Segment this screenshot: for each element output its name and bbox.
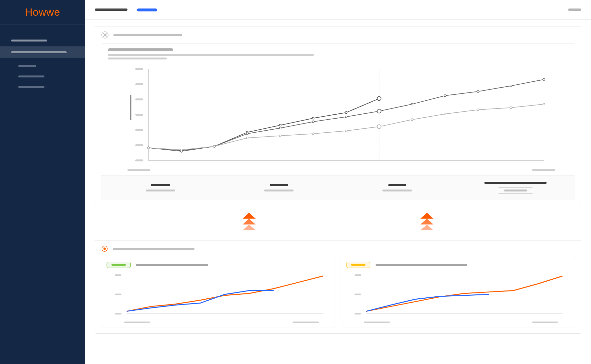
svg-point-34	[543, 78, 545, 80]
stat-value	[484, 182, 547, 184]
svg-point-25	[246, 133, 248, 135]
main	[85, 0, 591, 364]
radio-icon	[101, 245, 108, 252]
mini-card-header	[341, 257, 575, 273]
svg-point-19	[312, 117, 314, 119]
svg-point-30	[411, 103, 413, 105]
bottom-section-title	[113, 248, 194, 250]
mini-card-0[interactable]	[101, 257, 335, 327]
svg-rect-4	[135, 83, 143, 85]
arrow-up-icon	[419, 213, 435, 234]
stat-1	[220, 176, 338, 200]
tab-1[interactable]	[137, 8, 157, 11]
svg-rect-55	[355, 294, 361, 295]
mini-x-label-left	[124, 322, 150, 323]
svg-point-41	[345, 130, 347, 132]
arrow-up-icon	[241, 213, 257, 234]
nav-subitem-1[interactable]	[0, 71, 85, 82]
mini-card-header	[101, 257, 335, 273]
svg-point-42	[377, 125, 381, 129]
nav-item-label	[11, 40, 47, 41]
stat-label	[146, 190, 175, 191]
mini-chart-0	[101, 273, 335, 322]
svg-rect-6	[135, 114, 143, 116]
svg-point-40	[312, 133, 314, 135]
stat-action-label	[504, 190, 527, 191]
inner-subtitle-1	[108, 54, 314, 56]
bottom-cards	[95, 257, 581, 333]
main-chart	[101, 66, 575, 167]
mini-chart-1	[341, 273, 575, 322]
stat-0	[101, 176, 220, 200]
main-chart-svg	[108, 66, 568, 167]
nav	[0, 25, 85, 92]
badge-label	[111, 264, 126, 266]
svg-point-36	[180, 149, 182, 151]
topbar	[85, 0, 591, 20]
stat-value	[270, 184, 288, 186]
svg-point-38	[246, 137, 248, 139]
svg-point-0	[102, 32, 108, 38]
nav-item-0[interactable]	[0, 35, 85, 46]
svg-rect-3	[135, 68, 143, 70]
svg-point-28	[345, 116, 347, 118]
chart-x-label-left	[127, 169, 150, 171]
svg-rect-8	[135, 144, 143, 146]
svg-point-46	[510, 107, 512, 108]
stat-label	[382, 190, 412, 191]
target-icon	[101, 31, 109, 39]
svg-rect-9	[135, 159, 143, 161]
svg-point-37	[213, 145, 215, 147]
nav-item-label	[11, 51, 67, 53]
stat-value	[388, 184, 406, 186]
brand-logo[interactable]: Howwe	[0, 0, 85, 25]
svg-rect-52	[115, 313, 122, 315]
svg-rect-7	[135, 129, 143, 131]
nav-subitem-0[interactable]	[0, 61, 85, 71]
mini-chart-footer	[101, 322, 335, 327]
svg-point-39	[279, 135, 281, 137]
svg-rect-50	[115, 274, 122, 276]
nav-subitem-label	[18, 75, 44, 77]
svg-point-1	[103, 33, 107, 37]
nav-item-1[interactable]	[0, 46, 85, 58]
main-card	[95, 26, 581, 206]
svg-point-44	[444, 113, 446, 115]
nav-subitem-2[interactable]	[0, 82, 85, 92]
badge-label	[351, 264, 365, 266]
stats-row	[101, 175, 575, 200]
main-card-header	[95, 26, 581, 43]
mini-x-label-right	[532, 322, 558, 323]
mini-card-1[interactable]	[341, 257, 575, 327]
mini-card-title	[136, 264, 208, 266]
svg-point-43	[411, 119, 413, 121]
topbar-right-action[interactable]	[568, 8, 581, 11]
chart-x-labels	[101, 167, 575, 175]
svg-point-29	[377, 109, 381, 113]
bottom-header	[95, 240, 581, 257]
svg-point-31	[444, 95, 446, 97]
sidebar: Howwe	[0, 0, 85, 364]
svg-rect-12	[130, 94, 131, 120]
svg-point-18	[279, 124, 281, 126]
arrows-row	[95, 213, 581, 234]
tab-0[interactable]	[95, 8, 127, 11]
mini-x-label-left	[364, 322, 390, 323]
svg-point-35	[147, 147, 149, 149]
nav-subitem-label	[18, 86, 44, 88]
chart-x-label-right	[532, 169, 555, 171]
svg-rect-51	[115, 294, 122, 295]
svg-rect-56	[355, 313, 361, 315]
stat-action-button[interactable]	[498, 187, 533, 194]
svg-point-47	[543, 103, 545, 105]
svg-point-21	[377, 96, 381, 100]
mini-chart-svg	[346, 273, 569, 318]
svg-point-26	[279, 127, 281, 129]
svg-rect-5	[135, 98, 143, 100]
svg-point-49	[104, 248, 106, 250]
status-badge-green	[107, 262, 131, 268]
svg-point-33	[510, 85, 512, 87]
svg-rect-54	[355, 274, 361, 276]
svg-point-32	[477, 91, 479, 92]
status-badge-yellow	[346, 262, 370, 268]
